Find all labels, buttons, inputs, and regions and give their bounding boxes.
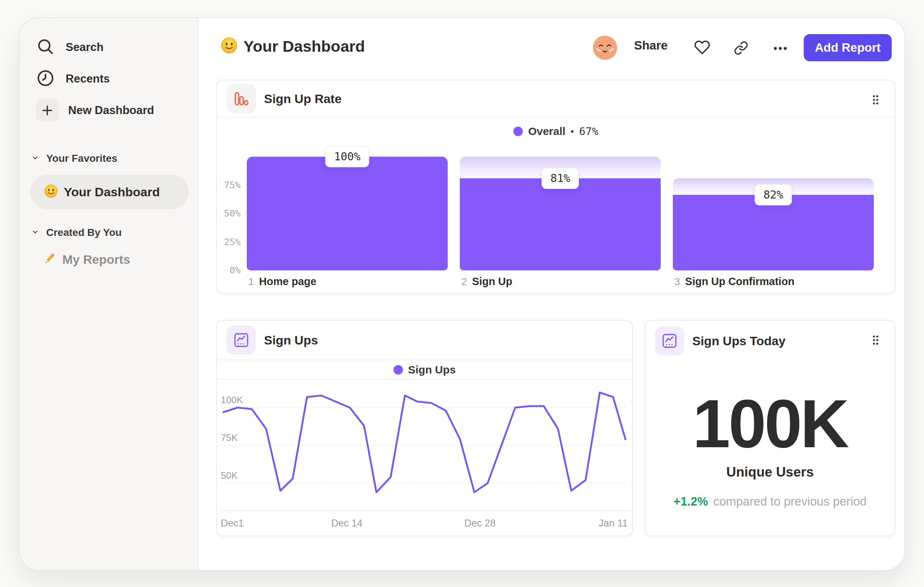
line-chart-icon [655, 326, 684, 356]
step-name: Sign Up Confirmation [685, 276, 795, 288]
funnel-y-tick: 75% [217, 180, 241, 190]
legend-dot [513, 127, 523, 136]
sidebar-item-label: New Dashboard [68, 104, 154, 117]
funnel-step-labels: 1Home page2Sign Up3Sign Up Confirmation [247, 276, 874, 288]
sidebar-item-label: Recents [66, 72, 110, 86]
sidebar-section-label: Created By You [46, 227, 122, 238]
big-number-value: 100K [645, 389, 895, 459]
search-icon [36, 37, 54, 57]
x-axis-tick-label: Dec1 [221, 518, 244, 529]
y-axis-tick-label: 75K [221, 432, 238, 443]
sidebar-item-search[interactable]: Search [36, 37, 103, 58]
sidebar-section-created-by-you[interactable]: Created By You [31, 225, 122, 240]
favorite-heart-icon[interactable] [694, 39, 710, 57]
delta-caption: compared to previous period [713, 494, 866, 508]
funnel-y-tick: 25% [217, 236, 241, 247]
card-header: Sign Ups [217, 321, 632, 360]
chevron-down-icon [31, 153, 40, 164]
funnel-chart-icon [227, 84, 256, 113]
line-chart-icon [227, 326, 256, 355]
funnel-bar-value-tooltip: 100% [325, 146, 369, 167]
sign-up-rate-card: Sign Up Rate Overall • 67% 75%50%25%0% 1… [216, 79, 895, 294]
y-axis-tick-label: 100K [221, 394, 243, 405]
drag-handle-icon[interactable] [871, 94, 880, 107]
funnel-bar-value-tooltip: 81% [541, 168, 579, 189]
funnel-legend[interactable]: Overall • 67% [217, 125, 895, 137]
sidebar-item-new-dashboard[interactable]: New Dashboard [36, 99, 154, 122]
funnel-step-label: 3Sign Up Confirmation [673, 276, 874, 288]
clock-icon [36, 69, 54, 89]
step-number: 2 [461, 276, 467, 288]
app-window: Search Recents New Dashboard [19, 17, 905, 571]
page-title: Your Dashboard [243, 37, 365, 55]
funnel-step-label: 2Sign Up [460, 276, 661, 288]
funnel-y-tick: 0% [217, 265, 241, 276]
card-header: Sign Up Rate [217, 80, 895, 118]
funnel-bar-solid [460, 178, 661, 270]
smiley-emoji-icon [44, 184, 58, 200]
sidebar-section-label: Your Favorites [46, 153, 117, 164]
funnel-step-label: 1Home page [247, 276, 448, 288]
sidebar-item-your-dashboard[interactable]: Your Dashboard [30, 175, 188, 209]
card-title: Sign Ups [264, 333, 318, 347]
plus-icon [36, 99, 59, 122]
sign-ups-card: Sign Ups Sign Ups 50K75K100KDec1Dec 14De… [216, 320, 633, 536]
big-number-delta-row: +1.2% compared to previous period [645, 494, 895, 508]
funnel-bar[interactable]: 82% [673, 157, 874, 270]
funnel-bar-solid [673, 195, 874, 270]
legend-separator: • [571, 126, 574, 137]
smiley-emoji-icon [221, 37, 238, 55]
big-number-metric: Unique Users [645, 465, 895, 480]
card-header: Sign Ups Today [645, 321, 895, 361]
line-legend[interactable]: Sign Ups [217, 360, 632, 380]
sidebar-item-label: My Reports [62, 252, 130, 267]
drag-handle-icon[interactable] [871, 334, 880, 348]
copy-link-icon[interactable] [734, 41, 748, 57]
legend-value: 67% [579, 125, 598, 137]
x-axis-tick-label: Jan 11 [599, 518, 628, 529]
add-report-button[interactable]: Add Report [804, 34, 892, 61]
share-button[interactable]: Share [629, 38, 673, 53]
more-options-icon[interactable] [772, 40, 789, 58]
x-axis-tick-label: Dec 28 [464, 518, 496, 529]
step-name: Home page [259, 276, 317, 288]
sidebar-item-recents[interactable]: Recents [36, 68, 110, 89]
funnel-plot: 100%81%82% [247, 157, 874, 270]
step-number: 3 [674, 276, 680, 288]
sidebar-item-label: Your Dashboard [64, 185, 160, 199]
delta-value: +1.2% [673, 494, 708, 508]
card-title: Sign Up Rate [264, 92, 342, 106]
funnel-y-tick: 50% [217, 208, 241, 219]
legend-dot [393, 365, 403, 375]
step-number: 1 [248, 276, 254, 288]
step-name: Sign Up [472, 276, 513, 288]
user-avatar[interactable] [593, 36, 617, 60]
y-axis-tick-label: 50K [221, 470, 238, 481]
pencil-emoji-icon [42, 251, 57, 268]
line-chart-plot: 50K75K100KDec1Dec 14Dec 28Jan 11 [220, 380, 631, 534]
legend-series-name: Sign Ups [408, 364, 456, 376]
screen: Search Recents New Dashboard [0, 0, 924, 587]
card-title: Sign Ups Today [692, 334, 785, 348]
sidebar-item-my-reports[interactable]: My Reports [42, 250, 130, 269]
sidebar-section-your-favorites[interactable]: Your Favorites [31, 151, 117, 166]
funnel-bar[interactable]: 81% [460, 157, 661, 270]
sidebar: Search Recents New Dashboard [20, 18, 199, 570]
funnel-bar[interactable]: 100% [247, 157, 448, 270]
sidebar-item-label: Search [66, 41, 103, 54]
funnel-bar-solid [247, 157, 448, 270]
page-title-row: Your Dashboard [221, 37, 365, 55]
legend-series-name: Overall [528, 125, 565, 137]
x-axis-tick-label: Dec 14 [331, 518, 363, 529]
sign-ups-today-card: Sign Ups Today 100K Unique Users +1.2% c… [645, 320, 895, 536]
chevron-down-icon [31, 227, 40, 238]
funnel-bar-value-tooltip: 82% [755, 184, 792, 205]
